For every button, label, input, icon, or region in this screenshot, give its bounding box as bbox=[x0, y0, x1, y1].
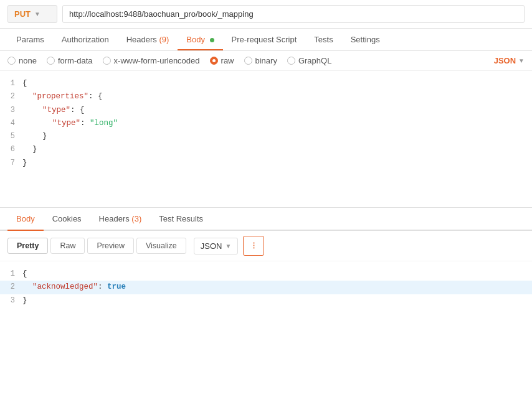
response-code-editor: 1 { 2 "acknowledged": true 3 } bbox=[0, 261, 532, 314]
response-tabs-nav: Body Cookies Headers (3) Test Results bbox=[0, 208, 532, 231]
radio-raw-circle bbox=[210, 57, 218, 65]
json-format-select[interactable]: JSON ▼ bbox=[494, 56, 525, 65]
url-bar: PUT ▼ bbox=[0, 0, 532, 29]
radio-binary-circle bbox=[244, 57, 252, 65]
radio-form-data[interactable]: form-data bbox=[47, 56, 93, 65]
req-line-2: 2 "properties": { bbox=[0, 90, 532, 103]
radio-none[interactable]: none bbox=[7, 56, 37, 65]
resp-line-3: 3 } bbox=[0, 294, 532, 307]
response-format-chevron-icon: ▼ bbox=[225, 243, 231, 250]
req-line-7: 7 } bbox=[0, 157, 532, 170]
tab-params[interactable]: Params bbox=[7, 29, 53, 50]
method-label: PUT bbox=[14, 9, 31, 19]
radio-form-data-circle bbox=[47, 57, 55, 65]
wrap-button[interactable]: ⁝ bbox=[243, 236, 264, 256]
radio-graphql-circle bbox=[287, 57, 295, 65]
wrap-icon: ⁝ bbox=[252, 241, 255, 251]
resp-tab-body[interactable]: Body bbox=[7, 208, 44, 230]
radio-raw[interactable]: raw bbox=[210, 56, 234, 65]
radio-none-circle bbox=[7, 57, 16, 65]
response-toolbar: Pretty Raw Preview Visualize JSON ▼ ⁝ bbox=[0, 231, 532, 261]
response-section: Body Cookies Headers (3) Test Results Pr… bbox=[0, 208, 532, 314]
request-tabs-nav: Params Authorization Headers (9) Body Pr… bbox=[0, 29, 532, 51]
req-line-6: 6 } bbox=[0, 143, 532, 156]
tab-tests[interactable]: Tests bbox=[305, 29, 341, 50]
url-input[interactable] bbox=[62, 5, 525, 23]
resp-line-1: 1 { bbox=[0, 268, 532, 281]
tab-prerequest[interactable]: Pre-request Script bbox=[223, 29, 306, 50]
radio-binary[interactable]: binary bbox=[244, 56, 277, 65]
resp-tab-cookies[interactable]: Cookies bbox=[44, 208, 90, 230]
body-active-dot bbox=[210, 38, 214, 42]
method-select[interactable]: PUT ▼ bbox=[7, 5, 57, 23]
radio-urlencoded-circle bbox=[103, 57, 111, 65]
preview-button[interactable]: Preview bbox=[87, 238, 133, 254]
body-type-row: none form-data x-www-form-urlencoded raw… bbox=[0, 51, 532, 71]
tab-authorization[interactable]: Authorization bbox=[53, 29, 118, 50]
raw-button[interactable]: Raw bbox=[50, 238, 85, 254]
tab-settings[interactable]: Settings bbox=[342, 29, 389, 50]
radio-urlencoded[interactable]: x-www-form-urlencoded bbox=[103, 56, 200, 65]
tab-body[interactable]: Body bbox=[178, 29, 222, 50]
req-line-5: 5 } bbox=[0, 130, 532, 143]
json-format-chevron-icon: ▼ bbox=[518, 57, 525, 64]
resp-tab-test-results[interactable]: Test Results bbox=[150, 208, 212, 230]
req-line-3: 3 "type": { bbox=[0, 104, 532, 117]
response-format-select[interactable]: JSON ▼ bbox=[194, 238, 239, 254]
req-line-1: 1 { bbox=[0, 77, 532, 90]
resp-line-2: 2 "acknowledged": true bbox=[0, 281, 532, 294]
request-code-editor[interactable]: 1 { 2 "properties": { 3 "type": { 4 "typ… bbox=[0, 71, 532, 208]
method-chevron-icon: ▼ bbox=[34, 11, 40, 17]
tab-headers[interactable]: Headers (9) bbox=[118, 29, 178, 50]
req-line-4: 4 "type": "long" bbox=[0, 117, 532, 130]
visualize-button[interactable]: Visualize bbox=[136, 238, 186, 254]
radio-graphql[interactable]: GraphQL bbox=[287, 56, 331, 65]
pretty-button[interactable]: Pretty bbox=[7, 238, 48, 254]
resp-tab-headers[interactable]: Headers (3) bbox=[90, 208, 151, 230]
